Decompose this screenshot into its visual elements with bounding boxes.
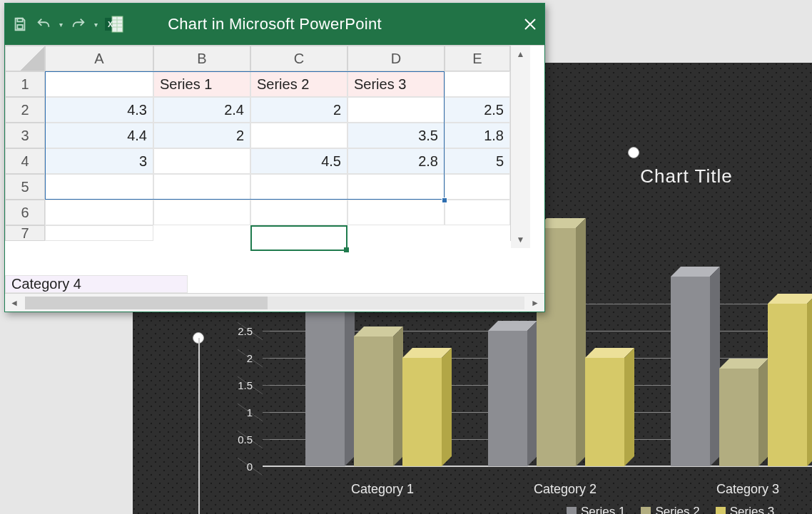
legend-label: Series 3 [730, 505, 774, 514]
chart-selection-handle[interactable] [628, 147, 639, 158]
scrollbar-track[interactable] [25, 297, 524, 309]
chart-selection-edge [198, 338, 200, 514]
horizontal-scrollbar[interactable]: ◄ ► [5, 293, 544, 312]
cell[interactable] [250, 174, 347, 200]
bar-series3[interactable] [768, 304, 807, 466]
row-header[interactable]: 6 [5, 200, 45, 225]
vertical-scrollbar[interactable]: ▲ ▼ [510, 46, 530, 241]
cell[interactable]: Series 2 [250, 71, 347, 97]
cell[interactable] [153, 174, 250, 200]
cell[interactable]: Series 1 [153, 71, 250, 97]
column-header[interactable]: C [250, 46, 347, 71]
cell[interactable]: 1.8 [445, 123, 510, 148]
svg-rect-1 [17, 25, 22, 29]
scroll-up-button[interactable]: ▲ [511, 46, 530, 63]
bar-series1[interactable] [488, 331, 527, 466]
scroll-down-button[interactable]: ▼ [511, 231, 530, 248]
legend-label: Series 1 [581, 505, 625, 514]
x-category-label: Category 3 [656, 482, 812, 497]
cell[interactable]: Series 3 [347, 71, 445, 97]
select-all-corner[interactable] [5, 46, 45, 71]
column-header[interactable]: D [347, 46, 445, 71]
row-header[interactable]: 4 [5, 148, 45, 174]
cell[interactable] [445, 174, 510, 200]
cell[interactable]: Category 4 [5, 275, 188, 293]
data-range-resize-handle[interactable] [442, 197, 447, 203]
row-header[interactable]: 3 [5, 123, 45, 148]
legend-item[interactable]: Series 2 [641, 505, 699, 514]
cell[interactable] [153, 148, 250, 174]
active-cell-outline [250, 225, 347, 251]
cell[interactable]: 2 [250, 97, 347, 123]
cell[interactable] [445, 200, 510, 225]
row-header[interactable]: 7 [5, 225, 45, 241]
chart-datasheet-window[interactable]: ▾ ▾ X Chart in Microsoft PowerPoint A B … [4, 3, 545, 312]
cell[interactable] [45, 200, 153, 225]
column-header[interactable]: A [45, 46, 153, 71]
cell[interactable]: 3 [45, 148, 153, 174]
undo-icon[interactable] [35, 16, 52, 32]
excel-app-icon[interactable]: X [105, 16, 123, 33]
scroll-left-button[interactable]: ◄ [5, 294, 24, 312]
svg-rect-0 [17, 19, 22, 22]
cell[interactable]: 4.4 [45, 123, 153, 148]
legend-swatch [641, 507, 651, 514]
redo-icon[interactable] [70, 16, 87, 32]
cell[interactable] [153, 200, 250, 225]
legend-item[interactable]: Series 3 [716, 505, 774, 514]
chart-legend[interactable]: Series 1 Series 2 Series 3 [567, 505, 774, 514]
save-icon[interactable] [12, 16, 28, 32]
x-category-label: Category 1 [291, 482, 474, 497]
row-header[interactable]: 1 [5, 71, 45, 97]
bar-series2[interactable] [719, 369, 758, 466]
chart-title[interactable]: Chart Title [561, 165, 812, 187]
cell[interactable] [45, 225, 153, 241]
bar-series3[interactable] [585, 358, 624, 466]
cell[interactable]: 4.3 [45, 97, 153, 123]
legend-swatch [716, 507, 726, 514]
x-category-label: Category 2 [474, 482, 656, 497]
cell[interactable] [347, 200, 445, 225]
bar-series3[interactable] [402, 358, 442, 466]
legend-swatch [567, 507, 577, 514]
scroll-right-button[interactable]: ► [526, 294, 544, 312]
cell[interactable]: 2.5 [445, 97, 510, 123]
column-header[interactable]: E [445, 46, 510, 71]
cell[interactable] [445, 71, 510, 97]
row-header[interactable]: 2 [5, 97, 45, 123]
cell[interactable] [45, 71, 153, 97]
bar-series2[interactable] [354, 336, 393, 466]
cell[interactable]: 2.8 [347, 148, 445, 174]
chevron-down-icon[interactable]: ▾ [94, 21, 98, 29]
cell[interactable] [347, 97, 445, 123]
close-button[interactable] [523, 17, 537, 31]
svg-text:X: X [108, 20, 113, 29]
column-header[interactable]: B [153, 46, 250, 71]
cell[interactable] [347, 174, 445, 200]
cell[interactable] [250, 123, 347, 148]
scrollbar-thumb[interactable] [25, 297, 268, 309]
chevron-down-icon[interactable]: ▾ [59, 21, 63, 29]
bar-series1[interactable] [671, 277, 710, 466]
cell[interactable]: 3.5 [347, 123, 445, 148]
cell[interactable]: 2 [153, 123, 250, 148]
titlebar[interactable]: ▾ ▾ X Chart in Microsoft PowerPoint [5, 4, 544, 45]
cell[interactable]: 5 [445, 148, 510, 174]
legend-label: Series 2 [655, 505, 699, 514]
row-header[interactable]: 5 [5, 174, 45, 200]
cell[interactable]: 4.5 [250, 148, 347, 174]
cell[interactable]: 2.4 [153, 97, 250, 123]
legend-item[interactable]: Series 1 [567, 505, 625, 514]
cell[interactable] [250, 200, 347, 225]
cell[interactable] [45, 174, 153, 200]
spreadsheet-grid[interactable]: A B C D E 1 Series 1 Series 2 Series 3 2… [5, 45, 544, 293]
